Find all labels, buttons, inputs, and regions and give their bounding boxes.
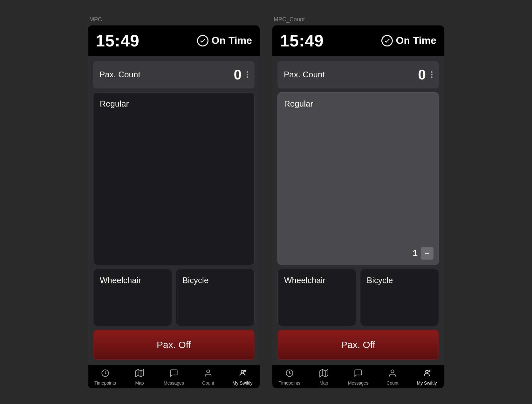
phone-label-mpc: MPC <box>88 16 102 23</box>
my-swiftly-icon <box>238 369 247 379</box>
svg-line-27 <box>430 372 430 372</box>
nav-item-count[interactable]: Count <box>380 369 405 386</box>
phone-wrapper-mpc-count: MPC_Count15:49On TimePax. Count0Regular1… <box>272 16 444 388</box>
time-display: 15:49 <box>280 31 324 50</box>
regular-card-label: Regular <box>100 99 248 109</box>
pax-count-bar[interactable]: Pax. Count0 <box>93 61 255 88</box>
count-icon <box>204 369 213 379</box>
pax-count-label: Pax. Count <box>284 70 325 80</box>
phone-header: 15:49On Time <box>88 25 260 56</box>
wheelchair-card[interactable]: Wheelchair <box>277 269 356 326</box>
nav-item-map[interactable]: Map <box>127 369 152 386</box>
svg-line-14 <box>244 372 244 372</box>
timepoints-icon <box>101 369 110 379</box>
nav-label-my-swiftly: My Swiftly <box>417 380 437 386</box>
nav-label-my-swiftly: My Swiftly <box>233 380 253 386</box>
svg-point-6 <box>244 370 246 372</box>
phone-header: 15:49On Time <box>272 25 444 56</box>
nav-label-count: Count <box>386 380 398 386</box>
bottom-nav: TimepointsMapMessagesCount My Swiftly <box>272 365 444 388</box>
svg-line-26 <box>428 370 429 370</box>
more-options-icon[interactable] <box>431 71 433 78</box>
svg-line-28 <box>430 370 430 370</box>
nav-item-count[interactable]: Count <box>195 369 221 386</box>
nav-item-timepoints[interactable]: Timepoints <box>277 369 302 386</box>
phone-wrapper-mpc: MPC15:49On TimePax. Count0RegularWheelch… <box>88 16 260 388</box>
nav-label-count: Count <box>202 380 214 386</box>
nav-label-map: Map <box>135 380 144 386</box>
svg-line-13 <box>246 370 246 370</box>
phone-label-mpc-count: MPC_Count <box>272 16 305 23</box>
svg-line-29 <box>428 372 429 372</box>
nav-label-timepoints: Timepoints <box>279 380 300 386</box>
pax-off-button[interactable]: Pax. Off <box>277 330 439 360</box>
bicycle-card[interactable]: Bicycle <box>176 269 255 326</box>
wheelchair-card[interactable]: Wheelchair <box>93 269 172 326</box>
regular-card[interactable]: Regular1 <box>277 92 439 265</box>
regular-card-count: 1 <box>413 248 418 258</box>
nav-item-messages[interactable]: Messages <box>161 369 187 386</box>
svg-point-21 <box>429 370 430 372</box>
svg-marker-16 <box>320 369 328 377</box>
nav-label-map: Map <box>319 380 328 386</box>
nav-item-timepoints[interactable]: Timepoints <box>92 369 118 386</box>
phone-mpc-count: 15:49On TimePax. Count0Regular1Wheelchai… <box>272 25 444 388</box>
phone-content: Pax. Count0RegularWheelchairBicyclePax. … <box>88 56 260 365</box>
pax-count-right: 0 <box>234 67 248 83</box>
wheelchair-card-label: Wheelchair <box>284 275 350 285</box>
bottom-cards-row: WheelchairBicycle <box>93 269 255 326</box>
svg-point-19 <box>391 370 394 373</box>
time-display: 15:49 <box>96 31 140 50</box>
nav-label-timepoints: Timepoints <box>94 380 116 386</box>
regular-card-minus-button[interactable] <box>421 247 433 260</box>
svg-point-20 <box>426 370 428 373</box>
bicycle-card[interactable]: Bicycle <box>360 269 439 326</box>
messages-icon <box>169 369 178 379</box>
my-swiftly-icon <box>422 369 431 379</box>
nav-label-messages: Messages <box>348 380 368 386</box>
svg-point-4 <box>207 370 209 373</box>
nav-label-messages: Messages <box>164 380 184 386</box>
pax-count-right: 0 <box>418 67 433 83</box>
nav-item-my-swiftly[interactable]: My Swiftly <box>230 369 255 386</box>
timepoints-icon <box>285 369 294 379</box>
svg-point-5 <box>241 370 244 373</box>
map-icon <box>135 369 144 379</box>
on-time-badge: On Time <box>197 35 252 46</box>
pax-count-bar[interactable]: Pax. Count0 <box>277 61 439 88</box>
wheelchair-card-label: Wheelchair <box>100 275 165 285</box>
more-options-icon[interactable] <box>247 71 248 78</box>
check-circle-icon <box>197 35 208 46</box>
pax-count-label: Pax. Count <box>99 70 140 80</box>
nav-item-messages[interactable]: Messages <box>345 369 371 386</box>
on-time-text: On Time <box>212 35 252 46</box>
regular-card[interactable]: Regular <box>93 92 255 265</box>
bottom-nav: TimepointsMapMessagesCount My Swiftly <box>88 365 260 388</box>
nav-item-map[interactable]: Map <box>311 369 337 386</box>
check-circle-icon <box>381 35 393 46</box>
pax-off-button[interactable]: Pax. Off <box>93 330 255 360</box>
nav-item-my-swiftly[interactable]: My Swiftly <box>414 369 440 386</box>
messages-icon <box>354 369 363 379</box>
pax-off-button-label: Pax. Off <box>157 339 191 350</box>
pax-count-number: 0 <box>418 67 426 83</box>
phone-content: Pax. Count0Regular1WheelchairBicyclePax.… <box>272 56 444 365</box>
regular-card-label: Regular <box>284 99 432 109</box>
on-time-badge: On Time <box>381 35 436 46</box>
on-time-text: On Time <box>396 35 436 46</box>
bicycle-card-label: Bicycle <box>367 275 432 285</box>
bicycle-card-label: Bicycle <box>182 275 248 285</box>
svg-marker-1 <box>135 369 144 377</box>
bottom-cards-row: WheelchairBicycle <box>277 269 439 326</box>
regular-card-count-area: 1 <box>413 247 433 260</box>
map-icon <box>319 369 328 379</box>
svg-line-11 <box>244 370 244 370</box>
svg-line-12 <box>246 372 246 372</box>
phone-mpc: 15:49On TimePax. Count0RegularWheelchair… <box>88 25 260 388</box>
app-container: MPC15:49On TimePax. Count0RegularWheelch… <box>88 16 444 388</box>
pax-off-button-label: Pax. Off <box>341 339 375 350</box>
pax-count-number: 0 <box>234 67 242 83</box>
count-icon <box>388 369 397 379</box>
